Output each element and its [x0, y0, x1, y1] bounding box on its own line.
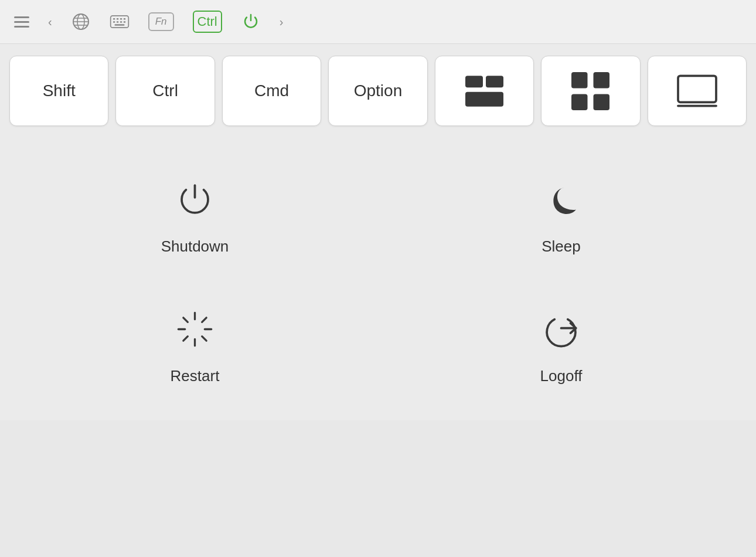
svg-line-30 [202, 317, 207, 322]
fn-label[interactable]: Fn [148, 12, 174, 31]
svg-rect-18 [571, 72, 588, 89]
logoff-label: Logoff [540, 367, 583, 385]
fn-icon[interactable]: Fn [148, 12, 174, 31]
svg-rect-16 [486, 76, 503, 87]
svg-rect-17 [465, 91, 503, 106]
globe-icon[interactable] [71, 12, 91, 32]
svg-rect-22 [678, 76, 716, 102]
power-toolbar-icon[interactable] [241, 12, 261, 32]
logoff-action[interactable]: Logoff [437, 303, 686, 385]
shutdown-icon [169, 173, 222, 226]
svg-rect-21 [594, 94, 610, 110]
shutdown-label: Shutdown [161, 237, 229, 256]
svg-line-29 [202, 336, 207, 341]
ctrl-label: Ctrl [197, 14, 217, 29]
svg-rect-12 [120, 21, 122, 23]
toolbar: ‹ Fn Ctrl [0, 0, 756, 44]
svg-line-28 [183, 317, 188, 322]
sleep-label: Sleep [542, 237, 581, 256]
svg-rect-9 [123, 18, 125, 20]
cmd-key[interactable]: Cmd [222, 56, 321, 126]
svg-rect-15 [465, 76, 483, 87]
forward-chevron-icon[interactable]: › [280, 15, 284, 29]
svg-rect-14 [114, 24, 124, 26]
shift-key[interactable]: Shift [9, 56, 108, 126]
restart-action[interactable]: Restart [70, 303, 319, 385]
shift-label: Shift [43, 81, 76, 100]
restart-icon [169, 303, 222, 355]
svg-rect-10 [113, 21, 115, 23]
svg-rect-6 [113, 18, 115, 20]
sleep-action[interactable]: Sleep [437, 173, 686, 256]
svg-rect-8 [120, 18, 122, 20]
ctrl-key-label: Ctrl [152, 81, 178, 100]
ctrl-key[interactable]: Ctrl [115, 56, 214, 126]
svg-rect-7 [117, 18, 118, 20]
modifier-keys-row: Shift Ctrl Cmd Option [0, 44, 756, 138]
sleep-icon [535, 173, 588, 226]
show-desktop-key[interactable] [648, 56, 747, 126]
keyboard-icon[interactable] [110, 12, 130, 32]
mission-control-key[interactable] [435, 56, 534, 126]
action-grid: Shutdown Sleep Restart [0, 138, 756, 420]
back-chevron-icon[interactable]: ‹ [48, 15, 52, 29]
app-switcher-key[interactable] [541, 56, 640, 126]
shutdown-action[interactable]: Shutdown [70, 173, 319, 256]
menu-icon[interactable] [14, 16, 29, 28]
cmd-label: Cmd [254, 81, 289, 100]
svg-rect-19 [594, 72, 610, 89]
option-key[interactable]: Option [328, 56, 427, 126]
svg-rect-11 [117, 21, 118, 23]
svg-rect-20 [571, 94, 588, 110]
option-label: Option [354, 81, 403, 100]
restart-label: Restart [171, 367, 220, 385]
svg-rect-13 [123, 21, 125, 23]
logoff-icon [535, 303, 588, 355]
svg-line-31 [183, 336, 188, 341]
ctrl-icon[interactable]: Ctrl [193, 11, 222, 33]
